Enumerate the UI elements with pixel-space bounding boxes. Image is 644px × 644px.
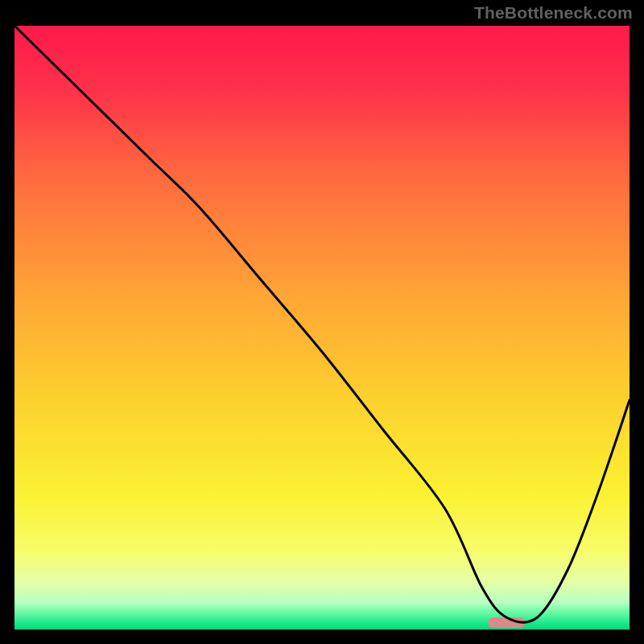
watermark-text: TheBottleneck.com — [474, 3, 633, 23]
chart-plot-area — [14, 26, 630, 630]
chart-svg — [14, 26, 630, 630]
chart-frame — [11, 23, 633, 633]
